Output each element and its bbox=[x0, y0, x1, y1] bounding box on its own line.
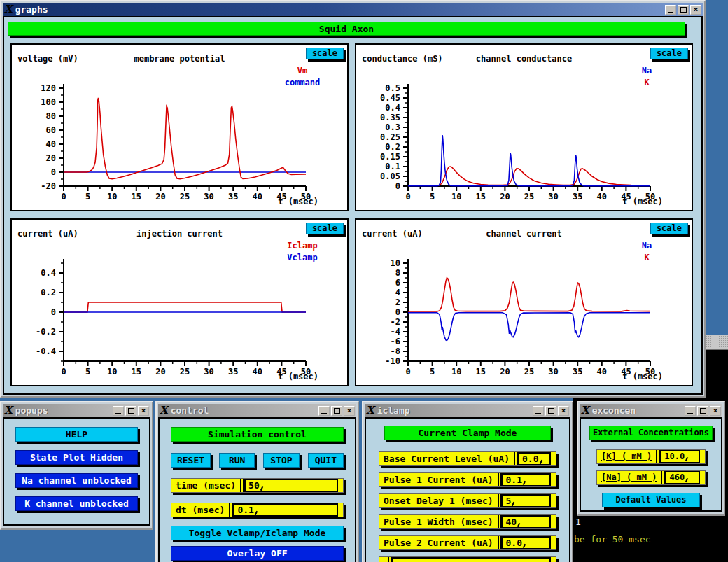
x11-logo-icon: X bbox=[160, 405, 168, 416]
pulse1-width-input[interactable]: 40 bbox=[502, 515, 551, 528]
iclamp-titlebar[interactable]: X iclamp × bbox=[365, 404, 570, 417]
reset-button[interactable]: RESET bbox=[171, 453, 211, 468]
time-field[interactable]: time (msec) 50 bbox=[171, 478, 344, 493]
minimize-button[interactable] bbox=[533, 406, 544, 416]
time-input[interactable]: 50 bbox=[244, 479, 338, 492]
state-plot-button[interactable]: State Plot Hidden bbox=[15, 450, 138, 465]
external-concentrations-header: External Concentrations bbox=[589, 426, 713, 440]
na-concentration-input[interactable]: 460 bbox=[665, 471, 700, 484]
partial-field[interactable] bbox=[379, 556, 556, 562]
scale-button[interactable]: scale bbox=[306, 48, 344, 59]
legend: IclampVclamp bbox=[266, 240, 339, 264]
close-button[interactable]: × bbox=[710, 406, 721, 416]
svg-text:t (msec): t (msec) bbox=[622, 372, 663, 381]
svg-text:15: 15 bbox=[476, 367, 486, 377]
maximize-button[interactable] bbox=[545, 406, 556, 416]
popups-titlebar[interactable]: X popups × bbox=[3, 404, 150, 417]
svg-text:4: 4 bbox=[396, 288, 400, 297]
svg-text:10: 10 bbox=[107, 367, 117, 377]
control-window: X control × Simulation control RESET RUN… bbox=[155, 401, 359, 562]
svg-text:0: 0 bbox=[61, 192, 66, 202]
svg-text:50: 50 bbox=[301, 192, 311, 202]
minimize-button[interactable] bbox=[113, 406, 124, 416]
window-title: iclamp bbox=[377, 405, 410, 416]
legend-entry: K bbox=[610, 77, 683, 89]
graph-title: channel conductance bbox=[356, 54, 692, 64]
dt-field[interactable]: dt (msec) 0.1 bbox=[171, 503, 344, 517]
na-channel-block-button[interactable]: Na channel unblocked bbox=[15, 473, 138, 488]
help-button[interactable]: HELP bbox=[15, 427, 138, 442]
k-channel-block-button[interactable]: K channel unblocked bbox=[15, 496, 138, 511]
svg-text:0.15: 0.15 bbox=[380, 152, 400, 162]
close-button[interactable]: × bbox=[690, 5, 701, 15]
svg-text:0.3: 0.3 bbox=[385, 122, 400, 132]
dt-input[interactable]: 0.1 bbox=[233, 503, 338, 517]
control-content: Simulation control RESET RUN STOP QUIT t… bbox=[158, 417, 356, 562]
pulse1-current-field[interactable]: Pulse 1 Current (uA) 0.1 bbox=[379, 472, 556, 487]
pulse1-width-field[interactable]: Pulse 1 Width (msec) 40 bbox=[379, 514, 556, 529]
svg-text:0: 0 bbox=[396, 307, 400, 317]
default-values-button[interactable]: Default Values bbox=[602, 493, 700, 507]
graphs-titlebar[interactable]: X graphs × bbox=[3, 3, 703, 16]
scale-button[interactable]: scale bbox=[650, 223, 688, 234]
window-fragment bbox=[706, 335, 728, 350]
overlay-button[interactable]: Overlay OFF bbox=[171, 546, 344, 561]
toggle-clamp-mode-button[interactable]: Toggle Vclamp/Iclamp Mode bbox=[171, 526, 344, 540]
maximize-button[interactable] bbox=[125, 406, 136, 416]
pulse2-current-field[interactable]: Pulse 2 Current (uA) 0.0 bbox=[379, 535, 556, 550]
scale-button[interactable]: scale bbox=[306, 223, 344, 234]
legend: Vmcommand bbox=[266, 65, 339, 89]
svg-text:0.2: 0.2 bbox=[41, 288, 56, 297]
x11-logo-icon: X bbox=[4, 3, 13, 15]
pulse1-current-input[interactable]: 0.1 bbox=[502, 473, 551, 486]
k-concentration-input[interactable]: 10.0 bbox=[660, 450, 700, 463]
graphs-content: Squid Axon -2002040608010012005101520253… bbox=[3, 16, 703, 395]
quit-button[interactable]: QUIT bbox=[308, 453, 344, 468]
svg-text:0.2: 0.2 bbox=[385, 142, 400, 152]
onset-delay1-field[interactable]: Onset Delay 1 (msec) 5 bbox=[379, 493, 556, 508]
svg-text:15: 15 bbox=[132, 367, 141, 377]
onset-delay1-input[interactable]: 5 bbox=[502, 494, 551, 507]
close-button[interactable]: × bbox=[558, 406, 569, 416]
run-button[interactable]: RUN bbox=[219, 453, 255, 468]
svg-text:15: 15 bbox=[476, 192, 486, 202]
window-title: control bbox=[171, 405, 209, 416]
maximize-button[interactable] bbox=[678, 5, 689, 15]
stop-button[interactable]: STOP bbox=[263, 453, 299, 468]
svg-text:100: 100 bbox=[41, 97, 56, 107]
legend-entry: Vclamp bbox=[266, 252, 339, 264]
minimize-button[interactable] bbox=[318, 406, 330, 416]
control-titlebar[interactable]: X control × bbox=[158, 404, 356, 417]
exconcen-titlebar[interactable]: X exconcen × bbox=[580, 404, 722, 417]
svg-text:0.25: 0.25 bbox=[380, 132, 400, 142]
svg-text:20: 20 bbox=[155, 192, 165, 202]
na-concentration-field[interactable]: [Na] ( mM ) 460 bbox=[596, 470, 706, 485]
svg-text:25: 25 bbox=[524, 192, 534, 202]
maximize-button[interactable] bbox=[697, 406, 708, 416]
svg-text:45: 45 bbox=[621, 192, 631, 202]
svg-text:0.35: 0.35 bbox=[380, 113, 400, 122]
svg-text:30: 30 bbox=[548, 367, 558, 377]
current-clamp-header: Current Clamp Mode bbox=[384, 426, 551, 440]
scale-button[interactable]: scale bbox=[650, 48, 688, 59]
maximize-button[interactable] bbox=[331, 406, 342, 416]
x11-logo-icon: X bbox=[581, 405, 589, 416]
svg-text:-0.4: -0.4 bbox=[36, 346, 56, 356]
pulse2-current-input[interactable]: 0.0 bbox=[502, 536, 551, 549]
svg-text:40: 40 bbox=[597, 192, 607, 202]
close-button[interactable]: × bbox=[344, 406, 355, 416]
minimize-button[interactable] bbox=[665, 5, 676, 15]
base-current-field[interactable]: Base Current Level (uA) 0.0 bbox=[379, 451, 556, 466]
svg-text:15: 15 bbox=[132, 192, 141, 202]
legend: NaK bbox=[610, 240, 683, 264]
base-current-input[interactable]: 0.0 bbox=[518, 452, 551, 465]
svg-text:60: 60 bbox=[46, 125, 56, 135]
terminal-text: be for 50 msec bbox=[574, 534, 651, 545]
k-concentration-field[interactable]: [K] ( mM ) 10.0 bbox=[596, 449, 706, 464]
close-button[interactable]: × bbox=[138, 406, 149, 416]
svg-text:5: 5 bbox=[85, 367, 90, 377]
graph-panel-membrane-potential: -2002040608010012005101520253035404550t … bbox=[10, 43, 349, 211]
graph-title: channel current bbox=[356, 229, 692, 239]
svg-text:0.4: 0.4 bbox=[41, 268, 56, 278]
minimize-button[interactable] bbox=[685, 406, 696, 416]
